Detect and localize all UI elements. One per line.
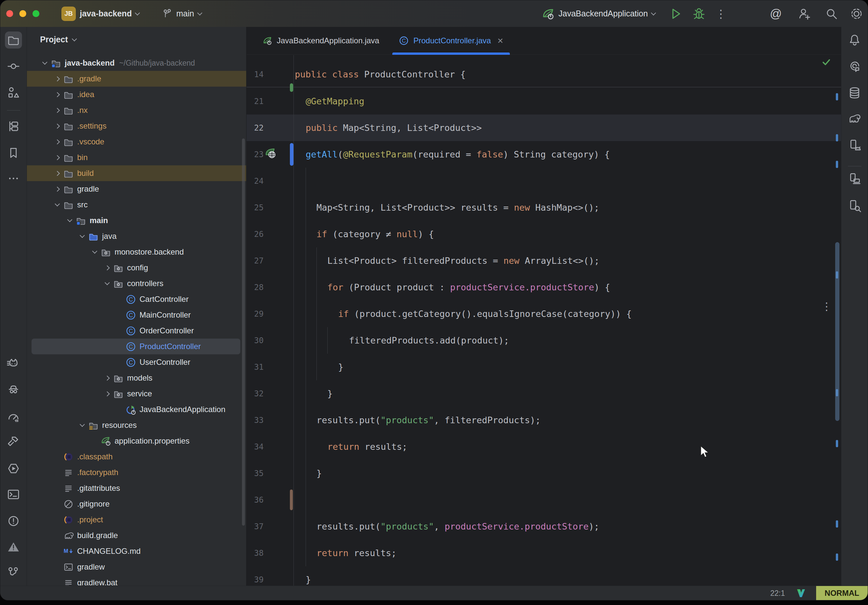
settings-gear-icon[interactable] xyxy=(849,0,864,27)
code-with-me-icon[interactable] xyxy=(797,0,812,27)
minimize-window-button[interactable] xyxy=(19,10,26,17)
notifications-icon[interactable] xyxy=(846,31,863,48)
run-services-icon[interactable] xyxy=(5,460,22,477)
tree-item-gradlew[interactable]: gradlew xyxy=(27,559,246,575)
more-run-actions-button[interactable]: ⋮ xyxy=(715,0,727,27)
run-configuration-widget[interactable]: JavaBackendApplication xyxy=(541,0,655,27)
code-line-21[interactable]: 21@GetMapping xyxy=(246,88,841,115)
tree-item-.gitignore[interactable]: .gitignore xyxy=(27,496,246,512)
chevron-right-icon[interactable] xyxy=(101,266,113,270)
copilot-icon[interactable] xyxy=(5,355,22,372)
code-line-24[interactable]: 24 xyxy=(246,168,841,194)
chevron-right-icon[interactable] xyxy=(51,108,63,112)
close-tab-icon[interactable]: × xyxy=(498,36,503,46)
tree-item-JavaBackendApplication[interactable]: JavaBackendApplication xyxy=(27,402,246,417)
tree-item-main[interactable]: main xyxy=(27,213,246,228)
device-explorer-icon[interactable] xyxy=(846,197,863,214)
tree-item-.project[interactable]: .project xyxy=(27,512,246,528)
chevron-down-icon[interactable] xyxy=(101,283,113,285)
code-line-35[interactable]: 35} xyxy=(246,460,841,487)
code-line-29[interactable]: 29if (product.getCategory().equalsIgnore… xyxy=(246,300,841,327)
code-editor[interactable]: 14public class ProductController {21@Get… xyxy=(246,55,841,586)
code-line-26[interactable]: 26if (category ≠ null) { xyxy=(246,221,841,248)
chevron-down-icon[interactable] xyxy=(76,424,88,426)
project-icon[interactable] xyxy=(5,31,22,48)
code-line-25[interactable]: 25Map<String, List<Product>> results = n… xyxy=(246,194,841,221)
project-widget[interactable]: JB java-backend xyxy=(61,0,139,27)
code-line-30[interactable]: 30filteredProducts.add(product); xyxy=(246,327,841,354)
code-line-37[interactable]: 37results.put("products", productService… xyxy=(246,513,841,540)
chevron-right-icon[interactable] xyxy=(51,140,63,144)
tree-item-.factorypath[interactable]: .factorypath xyxy=(27,464,246,480)
tree-item-CartController[interactable]: CCartController xyxy=(27,291,246,307)
gradle-icon[interactable] xyxy=(846,110,863,127)
code-line-34[interactable]: 34return results; xyxy=(246,433,841,460)
tree-item-models[interactable]: models xyxy=(27,370,246,386)
code-line-33[interactable]: 33results.put("products", filteredProduc… xyxy=(246,407,841,433)
code-line-23[interactable]: 23getAll(@RequestParam(required = false)… xyxy=(246,141,841,168)
more-icon[interactable] xyxy=(5,170,22,187)
tree-scrollbar[interactable] xyxy=(242,138,245,526)
close-window-button[interactable] xyxy=(6,10,13,17)
zoom-window-button[interactable] xyxy=(33,10,39,17)
code-line-22[interactable]: 22public Map<String, List<Product>> xyxy=(246,115,841,141)
tree-item-bin[interactable]: bin xyxy=(27,150,246,166)
ai-assistant-icon[interactable] xyxy=(846,58,863,75)
chevron-right-icon[interactable] xyxy=(101,376,113,380)
tree-item-controllers[interactable]: controllers xyxy=(27,275,246,291)
debug-button[interactable] xyxy=(692,0,706,27)
chevron-down-icon[interactable] xyxy=(39,62,50,64)
tree-item-java-backend[interactable]: java-backend~/Github/java-backend xyxy=(27,55,246,71)
code-line-14[interactable]: 14public class ProductController { xyxy=(246,62,841,87)
profiler-icon[interactable] xyxy=(5,408,22,425)
chevron-right-icon[interactable] xyxy=(51,77,63,81)
chevron-down-icon[interactable] xyxy=(51,204,63,206)
spring-endpoint-gutter-icon[interactable] xyxy=(265,148,277,161)
tree-item-service[interactable]: service xyxy=(27,386,246,402)
chevron-right-icon[interactable] xyxy=(101,392,113,396)
tree-item-.gradle[interactable]: .gradle xyxy=(27,71,246,87)
tree-item-UserController[interactable]: CUserController xyxy=(27,354,246,370)
tree-item-gradle[interactable]: gradle xyxy=(27,181,246,197)
tree-item-ProductController[interactable]: CProductController xyxy=(31,339,240,354)
chevron-down-icon[interactable] xyxy=(64,220,75,221)
code-line-36[interactable]: 36 xyxy=(246,487,841,513)
tree-item-.gitattributes[interactable]: .gitattributes xyxy=(27,480,246,496)
bookmarks-icon[interactable] xyxy=(5,144,22,161)
tree-item-resources[interactable]: resources xyxy=(27,417,246,433)
chevron-right-icon[interactable] xyxy=(51,156,63,159)
code-line-32[interactable]: 32} xyxy=(246,380,841,407)
tree-item-config[interactable]: config xyxy=(27,260,246,275)
tree-item-build[interactable]: build xyxy=(27,166,246,181)
warnings-icon[interactable] xyxy=(5,538,22,555)
running-devices-icon[interactable] xyxy=(846,170,863,187)
editor-tab-JavaBackendApplication.java[interactable]: JavaBackendApplication.java xyxy=(253,27,389,54)
tree-item-.classpath[interactable]: .classpath xyxy=(27,449,246,464)
chevron-down-icon[interactable] xyxy=(71,36,77,41)
build-icon[interactable] xyxy=(5,434,22,451)
chevron-right-icon[interactable] xyxy=(51,93,63,96)
chevron-down-icon[interactable] xyxy=(89,251,100,253)
code-line-27[interactable]: 27List<Product> filteredProducts = new A… xyxy=(246,248,841,274)
chevron-right-icon[interactable] xyxy=(51,124,63,128)
tree-item-CHANGELOG.md[interactable]: MCHANGELOG.md xyxy=(27,543,246,559)
tree-item-src[interactable]: src xyxy=(27,197,246,213)
code-line-31[interactable]: 31} xyxy=(246,354,841,380)
tree-item-monostore.backend[interactable]: monostore.backend xyxy=(27,244,246,260)
tree-item-.nx[interactable]: .nx xyxy=(27,102,246,118)
search-everywhere-icon[interactable] xyxy=(825,0,839,27)
tree-item-.idea[interactable]: .idea xyxy=(27,87,246,102)
terminal-icon[interactable] xyxy=(5,486,22,503)
vcs-icon[interactable] xyxy=(5,564,22,581)
code-line-38[interactable]: 38return results; xyxy=(246,540,841,566)
tree-item-.settings[interactable]: .settings xyxy=(27,118,246,134)
tree-item-OrderController[interactable]: COrderController xyxy=(27,323,246,339)
tree-item-MainController[interactable]: CMainController xyxy=(27,307,246,323)
tree-item-gradlew.bat[interactable]: gradlew.bat xyxy=(27,575,246,586)
tree-item-java[interactable]: java xyxy=(27,228,246,244)
tree-item-application.properties[interactable]: application.properties xyxy=(27,433,246,449)
chevron-down-icon[interactable] xyxy=(76,235,88,237)
incognito-icon[interactable] xyxy=(5,381,22,398)
database-icon[interactable] xyxy=(846,84,863,101)
commit-icon[interactable] xyxy=(5,58,22,75)
